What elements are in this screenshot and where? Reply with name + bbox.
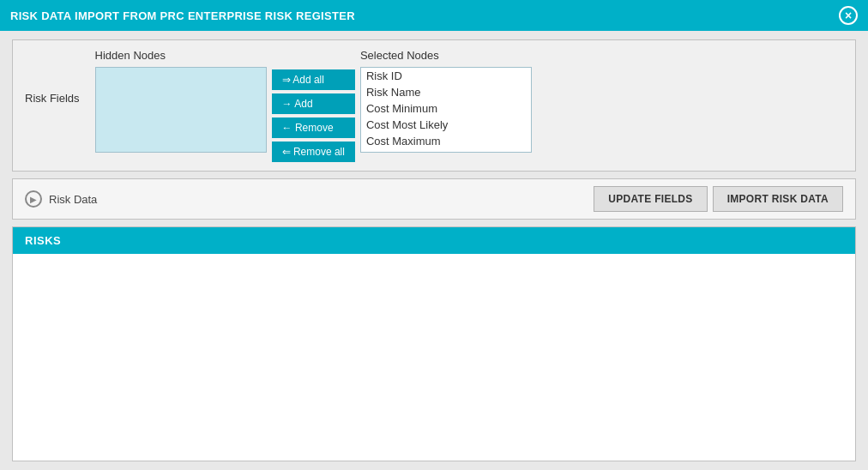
hidden-nodes-col: Hidden Nodes xyxy=(95,49,267,153)
play-icon: ▶ xyxy=(25,190,42,208)
list-item[interactable]: Risk Name xyxy=(361,84,531,100)
add-all-button[interactable]: ⇒ Add all xyxy=(272,69,355,90)
risk-fields-label: Risk Fields xyxy=(25,92,80,105)
main-content: Risk Fields Hidden Nodes ⇒ Add all → Add… xyxy=(0,31,868,470)
risks-header: RISKS xyxy=(13,227,855,254)
risk-fields-section: Risk Fields Hidden Nodes ⇒ Add all → Add… xyxy=(12,39,856,172)
update-fields-button[interactable]: UPDATE FIELDS xyxy=(594,186,707,212)
list-item[interactable]: Risk ID xyxy=(361,68,531,84)
list-item[interactable]: Cost Minimum xyxy=(361,100,531,117)
remove-button[interactable]: ← Remove xyxy=(272,118,355,138)
selected-nodes-label: Selected Nodes xyxy=(360,49,532,62)
section-row: ▶ Risk Data UPDATE FIELDS IMPORT RISK DA… xyxy=(12,178,856,220)
add-button[interactable]: → Add xyxy=(272,93,355,114)
risks-body xyxy=(13,254,855,461)
title-bar: RISK DATA IMPORT FROM PRC ENTERPRISE RIS… xyxy=(0,0,868,31)
dialog: RISK DATA IMPORT FROM PRC ENTERPRISE RIS… xyxy=(0,0,868,470)
selected-nodes-col: Selected Nodes Risk IDRisk NameCost Mini… xyxy=(360,49,532,153)
import-risk-data-button[interactable]: IMPORT RISK DATA xyxy=(713,186,843,212)
hidden-nodes-list[interactable] xyxy=(95,67,267,153)
dialog-title: RISK DATA IMPORT FROM PRC ENTERPRISE RIS… xyxy=(10,9,355,22)
risks-section: RISKS xyxy=(12,226,856,461)
transfer-buttons: ⇒ Add all → Add ← Remove ⇐ Remove all xyxy=(272,69,355,162)
close-button[interactable]: × xyxy=(839,6,858,25)
remove-all-button[interactable]: ⇐ Remove all xyxy=(272,142,355,162)
hidden-nodes-label: Hidden Nodes xyxy=(95,49,267,62)
section-text: Risk Data xyxy=(49,193,97,206)
list-item[interactable]: Probability xyxy=(361,149,531,153)
selected-nodes-list[interactable]: Risk IDRisk NameCost MinimumCost Most Li… xyxy=(360,67,532,153)
list-item[interactable]: Cost Maximum xyxy=(361,133,531,149)
section-buttons: UPDATE FIELDS IMPORT RISK DATA xyxy=(594,186,843,212)
section-label: ▶ Risk Data xyxy=(25,190,97,208)
list-item[interactable]: Cost Most Likely xyxy=(361,117,531,133)
nodes-panel: Hidden Nodes ⇒ Add all → Add ← Remove ⇐ … xyxy=(95,49,532,162)
